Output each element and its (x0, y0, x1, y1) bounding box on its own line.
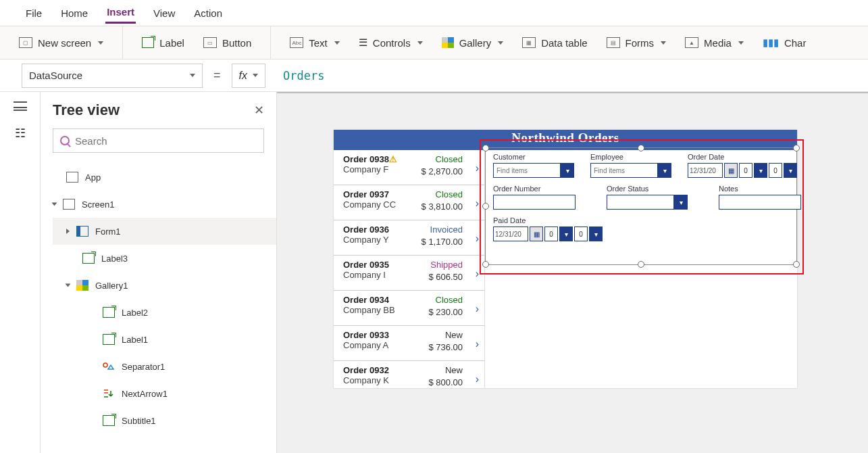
new-screen-label: New screen (38, 37, 91, 49)
tree-node-gallery1[interactable]: Gallery1 (53, 272, 276, 299)
insert-gallery-button[interactable]: Gallery (442, 37, 504, 49)
orderstatus-input[interactable] (607, 195, 674, 210)
resize-handle[interactable] (482, 145, 489, 151)
resize-handle[interactable] (638, 261, 644, 268)
search-input[interactable] (75, 135, 257, 147)
chevron-down-icon[interactable]: ▾ (561, 163, 574, 178)
close-icon[interactable]: ✕ (254, 103, 264, 118)
tree-node-app[interactable]: App (53, 164, 276, 191)
tree-node-separator1[interactable]: Separator1 (53, 353, 276, 380)
calendar-icon[interactable]: ▦ (724, 163, 738, 178)
menu-insert[interactable]: Insert (105, 2, 136, 24)
tree-node-label2[interactable]: Label2 (53, 299, 276, 326)
media-label: Media (704, 37, 732, 49)
insert-datatable-button[interactable]: ▦ Data table (522, 37, 587, 49)
gallery-label: Gallery (459, 37, 492, 49)
canvas[interactable]: Northwind Orders Order 0938⚠Company FClo… (277, 92, 868, 453)
insert-text-button[interactable]: Abc Text (290, 37, 340, 49)
resize-handle[interactable] (482, 203, 489, 210)
tree-node-nextarrow1[interactable]: NextArrow1 (53, 380, 276, 407)
status-label: New (445, 365, 463, 375)
fx-button[interactable]: fx (232, 64, 265, 88)
insert-button-button[interactable]: ▭ Button (203, 37, 251, 49)
tree-view-icon[interactable]: ☷ (15, 126, 26, 141)
chevron-down-icon[interactable]: ▾ (674, 195, 688, 210)
menu-view[interactable]: View (152, 3, 176, 23)
property-selector[interactable]: DataSource (22, 64, 203, 88)
tree-label: Gallery1 (95, 281, 128, 291)
menu-file[interactable]: File (24, 3, 43, 23)
gallery-item[interactable]: Order 0935Company IShipped$ 606.50› (334, 256, 484, 291)
employee-input[interactable] (590, 163, 658, 178)
text-icon: Abc (290, 37, 303, 48)
tree-header: Tree view ✕ (41, 92, 276, 124)
insert-forms-button[interactable]: ▤ Forms (607, 37, 667, 49)
warning-icon: ⚠ (389, 154, 397, 164)
status-label: New (445, 330, 463, 340)
minute-value: 0 (574, 226, 588, 241)
text-label: Text (309, 37, 328, 49)
ordernumber-input[interactable] (493, 195, 576, 210)
orderdate-input[interactable] (688, 163, 723, 178)
fx-icon: fx (239, 70, 247, 82)
formula-input[interactable]: Orders (276, 69, 324, 82)
app-preview: Northwind Orders Order 0938⚠Company FClo… (334, 130, 797, 388)
customer-combobox[interactable]: ▾ (493, 163, 574, 178)
chevron-right-icon[interactable]: › (476, 268, 479, 280)
tree-search[interactable] (53, 128, 264, 153)
gallery-item[interactable]: Order 0938⚠Company FClosed$ 2,870.00› (334, 150, 484, 185)
gallery-item[interactable]: Order 0936Company YInvoiced$ 1,170.00› (334, 220, 484, 256)
resize-handle[interactable] (793, 261, 800, 268)
notes-input[interactable] (719, 195, 801, 210)
employee-combobox[interactable]: ▾ (590, 163, 671, 178)
chevron-right-icon[interactable]: › (476, 233, 479, 245)
formula-bar: DataSource = fx Orders (0, 59, 868, 92)
orderstatus-combobox[interactable]: ▾ (607, 195, 688, 210)
paiddate-input[interactable] (493, 226, 528, 241)
hamburger-icon[interactable] (14, 101, 27, 111)
gallery-item[interactable]: Order 0934Company BBClosed$ 230.00› (334, 291, 484, 326)
chevron-down-icon[interactable]: ▾ (754, 163, 767, 178)
tree-node-label3[interactable]: Label3 (53, 245, 276, 272)
label-text: Label (159, 37, 184, 49)
customer-input[interactable] (493, 163, 561, 178)
expander-icon[interactable] (66, 229, 70, 234)
menu-home[interactable]: Home (59, 3, 89, 23)
status-label: Shipped (430, 260, 463, 270)
media-icon: ▲ (685, 37, 698, 48)
field-customer: Customer ▾ (493, 153, 574, 178)
chevron-right-icon[interactable]: › (476, 197, 479, 210)
chevron-right-icon[interactable]: › (476, 338, 479, 350)
gallery-item[interactable]: Order 0932Company KNew$ 800.00› (334, 361, 484, 388)
insert-controls-button[interactable]: ☰ Controls (359, 37, 423, 49)
resize-handle[interactable] (638, 145, 644, 151)
gallery-item[interactable]: Order 0937Company CCClosed$ 3,810.00› (334, 185, 484, 220)
expander-icon[interactable] (66, 284, 71, 287)
chevron-right-icon[interactable]: › (476, 303, 479, 315)
tree-node-form1[interactable]: Form1 (53, 218, 276, 245)
tree-node-subtitle1[interactable]: Subtitle1 (53, 407, 276, 434)
svg-point-0 (103, 363, 107, 367)
calendar-icon[interactable]: ▦ (530, 226, 543, 241)
chevron-down-icon[interactable]: ▾ (589, 226, 603, 241)
tree-node-screen1[interactable]: Screen1 (53, 191, 276, 218)
insert-media-button[interactable]: ▲ Media (685, 37, 744, 49)
insert-charts-button[interactable]: ▮▮▮ Char (763, 37, 807, 49)
tree-label: Label3 (101, 254, 128, 264)
chevron-right-icon[interactable]: › (476, 373, 479, 385)
label-icon (142, 37, 154, 48)
insert-label-button[interactable]: Label (142, 37, 184, 49)
chevron-down-icon[interactable]: ▾ (784, 163, 797, 178)
gallery-item[interactable]: Order 0933Company ANew$ 736.00› (334, 326, 484, 361)
expander-icon[interactable] (52, 203, 57, 206)
chevron-down-icon[interactable]: ▾ (658, 163, 671, 178)
new-screen-button[interactable]: ▢ New screen (19, 37, 103, 49)
tree-node-label1[interactable]: Label1 (53, 326, 276, 353)
resize-handle[interactable] (793, 145, 800, 151)
menu-action[interactable]: Action (193, 3, 224, 23)
chevron-down-icon[interactable]: ▾ (559, 226, 573, 241)
resize-handle[interactable] (482, 261, 489, 268)
button-icon: ▭ (203, 37, 217, 48)
chevron-right-icon[interactable]: › (476, 162, 479, 174)
chevron-down-icon (253, 74, 258, 77)
